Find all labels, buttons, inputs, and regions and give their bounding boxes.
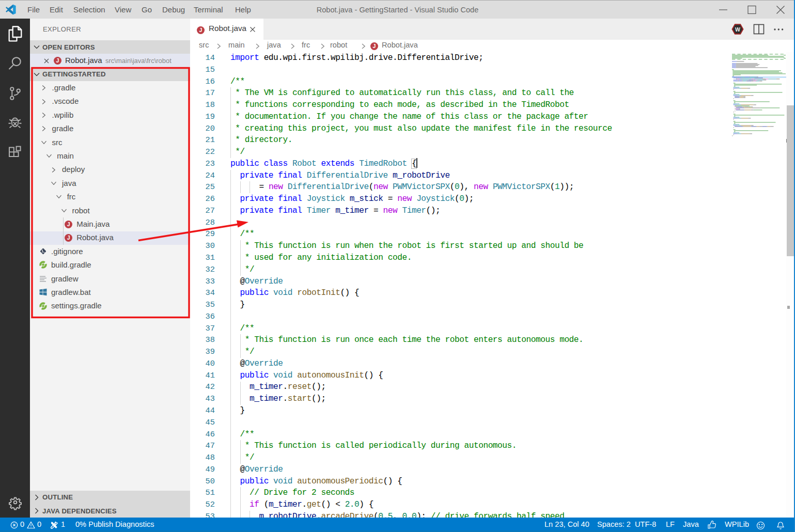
svg-text:W: W — [735, 26, 740, 33]
